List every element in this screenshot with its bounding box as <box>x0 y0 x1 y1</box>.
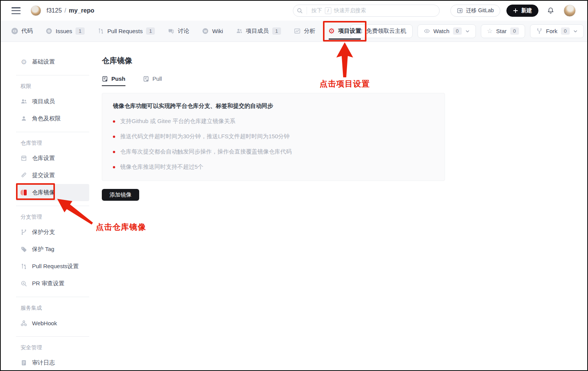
issues-icon <box>46 28 52 34</box>
tab-code[interactable]: 代码 <box>11 27 33 35</box>
sidebar-divider <box>16 206 89 206</box>
gear-icon: ⚙ <box>21 59 27 66</box>
plus-icon <box>513 8 518 13</box>
tab-analytics[interactable]: 分析 <box>294 27 315 35</box>
mirror-direction-tabs: Push Pull <box>102 75 572 83</box>
pull-request-icon <box>21 263 27 270</box>
tab-wiki[interactable]: W Wiki <box>202 28 223 34</box>
user-avatar[interactable] <box>564 5 576 17</box>
active-tab-underline <box>329 38 361 40</box>
watch-button[interactable]: Watch 0 <box>418 24 476 38</box>
breadcrumb-repo[interactable]: my_repo <box>69 7 95 14</box>
pull-request-icon <box>98 28 104 34</box>
sidebar-item-audit-log[interactable]: 审计日志 <box>16 354 89 371</box>
new-button[interactable]: 新建 <box>506 5 538 17</box>
members-icon <box>236 28 243 34</box>
star-button[interactable]: ☆ Star 0 <box>481 24 525 38</box>
tab-discussion[interactable]: 讨论 <box>168 27 189 35</box>
bullet-dot <box>113 151 115 153</box>
sidebar-item-members[interactable]: 项目成员 <box>16 93 89 110</box>
sidebar-item-commit-settings[interactable]: 提交设置 <box>16 167 89 184</box>
person-icon <box>21 115 27 122</box>
add-mirror-button[interactable]: 添加镜像 <box>102 189 139 201</box>
push-icon <box>102 76 108 82</box>
tab-pull-requests[interactable]: Pull Requests 1 <box>98 27 155 35</box>
breadcrumb-separator: / <box>64 7 66 14</box>
settings-sidebar: ⚙ 基础设置 权限 项目成员 角色及权限 仓库管理 <box>16 42 89 370</box>
fork-count-badge: 0 <box>561 27 570 35</box>
tag-icon <box>21 246 27 253</box>
pull-requests-count-badge: 1 <box>146 27 155 35</box>
members-count-badge: 1 <box>272 27 281 35</box>
tab-members[interactable]: 项目成员 1 <box>236 27 281 35</box>
search-input[interactable]: 按下 / 快速开启搜索 <box>293 5 440 17</box>
sidebar-divider <box>16 75 89 75</box>
fork-button[interactable]: Fork 0 <box>530 24 584 38</box>
sidebar-item-webhook[interactable]: WebHook <box>16 315 89 332</box>
tab-push[interactable]: Push <box>102 75 125 83</box>
bullet-dot <box>113 136 115 138</box>
info-bullet: 推送代码文件超时时间为30分钟，推送LFS文件超时时间为150分钟 <box>113 133 434 140</box>
chevron-down-icon[interactable] <box>573 29 578 34</box>
team-icon <box>21 98 27 105</box>
info-bullet: 镜像仓库推送同时支持不超过5个 <box>113 163 434 171</box>
page-body: ⚙ 基础设置 权限 项目成员 角色及权限 仓库管理 <box>1 42 587 370</box>
audit-log-icon <box>21 360 27 366</box>
analytics-icon <box>294 28 300 34</box>
info-heading: 镜像仓库功能可以实现跨平台仓库分支、标签和提交的自动同步 <box>113 102 434 110</box>
webhook-icon <box>21 320 27 326</box>
sidebar-item-roles[interactable]: 角色及权限 <box>16 110 89 127</box>
tab-pull[interactable]: Pull <box>143 75 162 83</box>
chevron-down-icon[interactable] <box>465 29 470 34</box>
issues-count-badge: 1 <box>76 27 84 35</box>
tab-issues[interactable]: Issues 1 <box>46 27 85 35</box>
search-placeholder: 按下 / 快速开启搜索 <box>307 7 366 14</box>
sidebar-item-pr-review-settings[interactable]: PR 审查设置 <box>16 275 89 292</box>
tab-project-settings[interactable]: ⚙ 项目设置 点击项目设置 <box>328 27 361 35</box>
info-bullet: 仓库每次提交都会自动触发同步操作，操作会直接覆盖镜像仓库代码 <box>113 148 434 155</box>
app-window: f3125/my_repo 按下 / 快速开启搜索 迁移 GitLab 新建 <box>0 0 588 371</box>
fork-icon <box>536 28 543 34</box>
sidebar-item-pull-requests-settings[interactable]: Pull Requests设置 <box>16 258 89 275</box>
branch-icon <box>21 229 27 235</box>
sidebar-item-repo-mirror[interactable]: 仓库镜像 点击仓库镜像 <box>16 184 89 201</box>
sidebar-divider <box>16 132 89 132</box>
gear-icon: ⚙ <box>328 27 335 35</box>
sidebar-section-integrations: 服务集成 <box>16 302 89 315</box>
sidebar-section-security: 安全管理 <box>16 341 89 354</box>
sidebar-item-protected-branches[interactable]: 保护分支 <box>16 224 89 241</box>
sidebar-item-protected-tags[interactable]: 保护 Tag <box>16 241 89 258</box>
wiki-icon: W <box>202 28 209 34</box>
star-icon: ☆ <box>487 28 493 34</box>
sidebar-section-repo-management: 仓库管理 <box>16 137 89 150</box>
sidebar-item-repo-settings[interactable]: 仓库设置 <box>16 150 89 167</box>
breadcrumb: f3125/my_repo <box>47 7 94 14</box>
code-icon <box>11 28 18 34</box>
mirror-icon <box>21 190 27 195</box>
star-count-badge: 0 <box>510 27 519 35</box>
pull-icon <box>143 76 149 82</box>
sidebar-section-branch-management: 分支管理 <box>16 211 89 224</box>
svg-text:W: W <box>204 29 207 33</box>
page-title: 仓库镜像 <box>102 56 572 66</box>
watch-icon <box>424 28 430 34</box>
mirror-info-panel: 镜像仓库功能可以实现跨平台仓库分支、标签和提交的自动同步 支持Github 或 … <box>102 93 445 181</box>
bullet-dot <box>113 166 115 168</box>
repo-avatar[interactable] <box>31 5 41 16</box>
sidebar-divider <box>16 336 89 337</box>
migrate-gitlab-button[interactable]: 迁移 GitLab <box>450 5 500 17</box>
repo-tabs: 代码 Issues 1 Pull Requests 1 <box>11 27 350 35</box>
archive-icon <box>21 155 27 162</box>
commit-icon <box>21 172 27 179</box>
sidebar-item-basic-settings[interactable]: ⚙ 基础设置 <box>16 53 89 70</box>
hamburger-menu-icon[interactable] <box>11 7 21 14</box>
main-content: 仓库镜像 Push Pull 镜像仓库功能可以实现跨平台仓库分支、标签和提交的自… <box>89 42 587 370</box>
sidebar-section-permissions: 权限 <box>16 80 89 93</box>
review-icon <box>21 280 27 287</box>
breadcrumb-owner[interactable]: f3125 <box>47 7 62 14</box>
migrate-icon <box>457 8 463 14</box>
slash-keycap: / <box>325 7 331 14</box>
notifications-bell-icon[interactable] <box>547 7 554 14</box>
search-icon <box>293 7 307 14</box>
sidebar-divider <box>16 297 89 297</box>
